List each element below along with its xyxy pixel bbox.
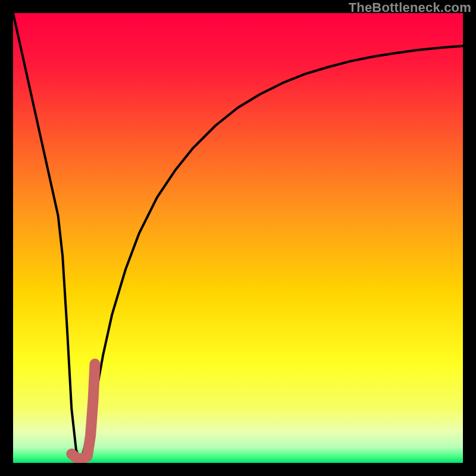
curve-layer	[13, 13, 463, 463]
bottleneck-curve	[13, 13, 463, 463]
plot-area	[13, 13, 463, 463]
chart-frame: TheBottleneck.com	[0, 0, 476, 476]
